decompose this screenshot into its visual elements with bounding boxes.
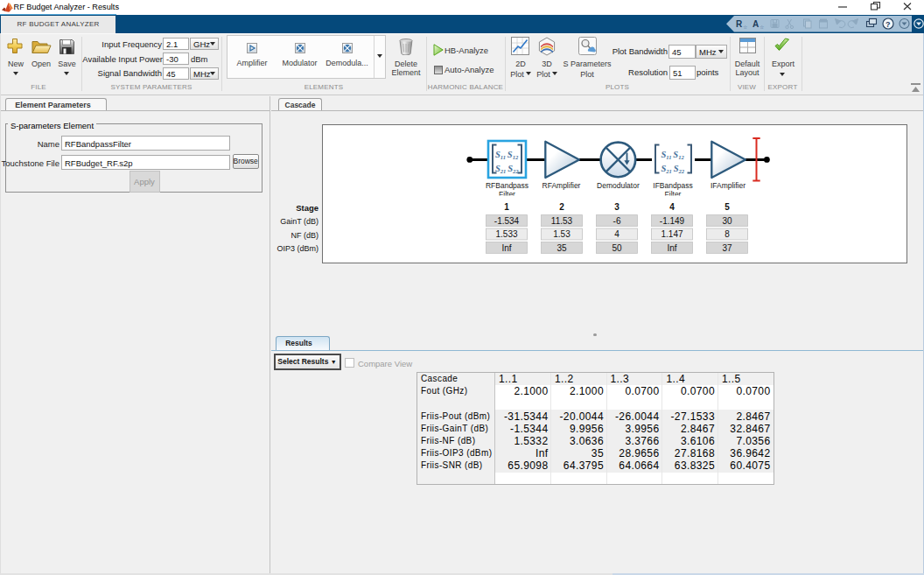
svg-text:Filter: Filter [665,190,682,199]
svg-text:RFAmplifier: RFAmplifier [542,181,581,190]
svg-text:3: 3 [614,202,620,212]
svg-text:30: 30 [722,216,732,226]
svg-text:Demodulator: Demodulator [597,181,640,190]
svg-text:☆: ☆ [760,25,764,30]
svg-text:A: A [752,19,759,29]
svg-text:?: ? [886,20,891,29]
svg-text:5: 5 [724,202,730,212]
svg-text:IFAmplifier: IFAmplifier [710,181,746,190]
svg-text:-6: -6 [613,216,621,226]
svg-text:R: R [736,19,743,29]
svg-text:Filter: Filter [499,190,515,199]
svg-text:-1.534: -1.534 [494,216,520,226]
svg-text:4: 4 [669,202,675,212]
svg-text:11.53: 11.53 [551,216,573,226]
svg-text:1.53: 1.53 [553,229,570,239]
svg-text:☆: ☆ [743,25,747,30]
svg-text:Inf: Inf [501,243,511,253]
svg-text:-1.149: -1.149 [660,216,685,226]
svg-text:Inf: Inf [667,243,676,253]
svg-text:4: 4 [614,229,620,239]
svg-text:RFBandpass: RFBandpass [486,181,528,190]
svg-text:1.147: 1.147 [661,229,682,239]
svg-text:8: 8 [724,229,730,239]
svg-text:1.533: 1.533 [495,229,517,239]
svg-text:50: 50 [612,243,622,253]
svg-text:IFBandpass: IFBandpass [653,181,692,190]
svg-text:2: 2 [559,202,564,212]
svg-text:35: 35 [556,243,567,253]
svg-text:1: 1 [504,202,509,212]
svg-text:37: 37 [722,243,732,253]
